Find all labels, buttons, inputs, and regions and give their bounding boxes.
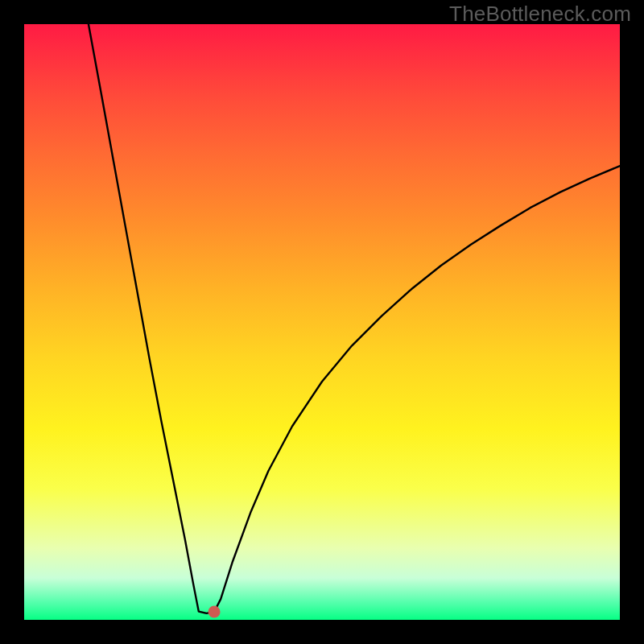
chart-frame: TheBottleneck.com <box>0 0 644 644</box>
curve-svg <box>24 24 620 620</box>
bottleneck-curve <box>89 24 620 613</box>
watermark-text: TheBottleneck.com <box>449 2 631 27</box>
plot-area <box>24 24 620 620</box>
optimum-marker <box>208 606 221 618</box>
